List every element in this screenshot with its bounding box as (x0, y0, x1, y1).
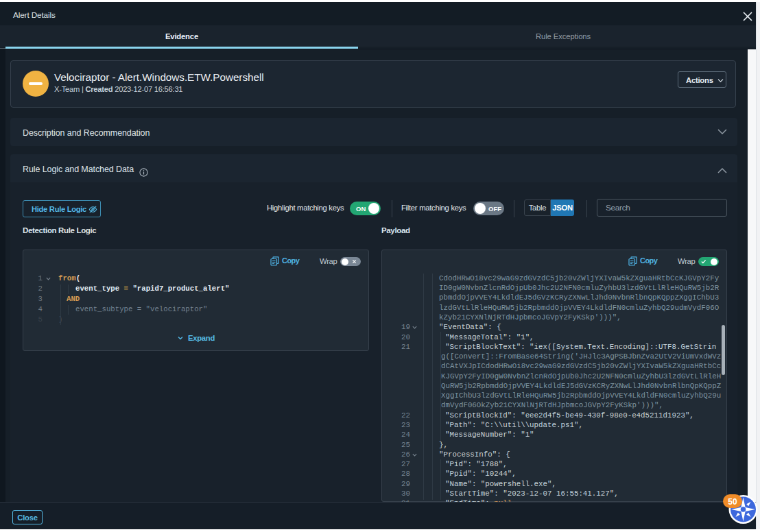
svg-text:50: 50 (728, 497, 737, 507)
